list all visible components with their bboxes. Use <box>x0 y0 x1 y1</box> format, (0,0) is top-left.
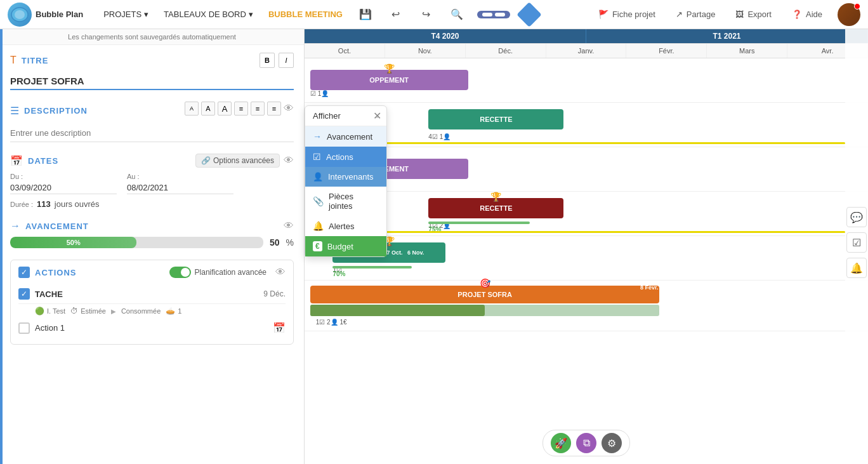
dropdown-item-alertes[interactable]: 🔔 Alertes <box>305 216 386 236</box>
dropdown-item-avancement[interactable]: → Avancement <box>305 126 386 147</box>
gantt-row-4-content: 🏆 RECETTE 10 Nov. 1☑ 2👤 75% <box>305 192 868 235</box>
align-left-btn[interactable]: ≡ <box>234 102 248 116</box>
planif-switch[interactable] <box>169 267 191 278</box>
undo-btn[interactable]: ↩ <box>386 4 406 25</box>
action1-calendar-icon[interactable]: 📅 <box>273 322 286 334</box>
nav-meeting[interactable]: BUBBLE MEETING <box>266 10 345 19</box>
desc-label: DESCRIPTION <box>24 106 88 116</box>
rocket-btn[interactable]: 🚀 <box>551 433 571 453</box>
search-btn[interactable]: 🔍 <box>447 4 467 25</box>
titre-input[interactable] <box>10 73 294 90</box>
action1-checkbox[interactable] <box>18 322 30 334</box>
actions-checkbox[interactable] <box>18 267 30 278</box>
bell-sidebar-btn[interactable]: 🔔 <box>846 258 867 278</box>
chat-btn[interactable]: 💬 <box>846 207 867 227</box>
gantt-bar-oppement-1[interactable]: 🏆 OPPEMENT 26 Oct. <box>310 70 468 90</box>
bold-btn[interactable]: B <box>260 53 275 68</box>
timeline-quarters: T4 2020 T1 2021 <box>305 29 868 44</box>
user-icon: 🟢 <box>35 307 44 315</box>
month-janv: Janv. <box>546 44 627 58</box>
dates-eye-btn[interactable]: 👁 <box>284 155 294 166</box>
titre-label: TITRE <box>22 56 49 65</box>
meta-user-name: I. Test <box>47 307 65 315</box>
font-large-btn[interactable]: A <box>218 102 232 116</box>
month-fevr: Févr. <box>626 44 707 58</box>
avancement-label: AVANCEMENT <box>25 222 89 231</box>
actions-eye-btn[interactable]: 👁 <box>275 267 286 278</box>
export-btn[interactable]: 🖼 Export <box>730 7 777 22</box>
dropdown-pieces-label: Pièces jointes <box>329 192 379 211</box>
calendar-icon: 📅 <box>10 155 23 167</box>
gantt-row-1: 🏆 OPPEMENT 26 Oct. ☑ 1👤 <box>305 58 868 103</box>
person-icon: 👤 <box>313 172 323 182</box>
dates-section: 📅 DATES 🔗 Options avancées 👁 Du : <box>10 154 294 209</box>
font-med-btn[interactable]: A <box>201 102 215 116</box>
dropdown-budget-label: Budget <box>327 242 353 251</box>
dropdown-item-pieces-jointes[interactable]: 📎 Pièces jointes <box>305 187 386 216</box>
bell-icon: 🔔 <box>313 221 324 231</box>
action-row-1: Action 1 📅 <box>18 318 286 338</box>
progress-pct-symbol: % <box>286 237 294 248</box>
logo[interactable]: Bubble Plan <box>8 3 83 27</box>
bar6-pct: 50% <box>473 319 486 326</box>
sofra-progress-bar <box>310 305 485 316</box>
align-center-btn[interactable]: ≡ <box>251 102 265 116</box>
toolbar-pill[interactable] <box>477 11 510 18</box>
dropdown-item-budget[interactable]: € Budget <box>305 236 386 256</box>
progress-bar-fill: 50% <box>10 237 136 248</box>
save-icon-btn[interactable]: 💾 <box>355 4 376 25</box>
dropdown-item-intervenants[interactable]: 👤 Intervenants <box>305 167 386 187</box>
options-link-icon: 🔗 <box>201 156 211 165</box>
task-date: 9 Déc. <box>263 289 286 298</box>
month-dec: Déc. <box>466 44 546 58</box>
duree-row: Durée : 113 jours ouvrés <box>10 199 294 209</box>
gantt-bar-recette-1[interactable]: RECETTE 10 Nov. <box>428 109 563 129</box>
main-area: Les changements sont sauvegardés automat… <box>0 29 868 464</box>
partage-btn[interactable]: ↗ Partage <box>671 7 721 22</box>
pie-icon: 🥧 <box>166 307 175 315</box>
dropdown-close-btn[interactable]: ✕ <box>373 110 381 122</box>
description-input[interactable] <box>10 124 294 142</box>
month-nov: Nov. <box>385 44 466 58</box>
avancement-eye-btn[interactable]: 👁 <box>284 220 294 232</box>
meta-arrow: ▶ <box>111 308 116 315</box>
date-du-input[interactable] <box>10 182 117 194</box>
font-small-btn[interactable]: A <box>185 102 199 116</box>
task-name: TACHE <box>35 289 258 299</box>
export-icon: 🖼 <box>735 10 744 19</box>
check-btn[interactable]: ☑ <box>846 232 867 253</box>
date-au-field: Au : <box>127 173 233 194</box>
avancement-actions: 👁 <box>284 220 294 232</box>
align-right-btn[interactable]: ≡ <box>267 102 281 116</box>
right-sidebar: 💬 ☑ 🔔 <box>845 29 868 464</box>
fiche-projet-btn[interactable]: 🚩 Fiche projet <box>593 7 661 22</box>
actions-label: ACTIONS <box>35 268 77 277</box>
gantt-row-5-content: 🏆 RECETTE 7 Oct. 6 Nov. 1☑ 70% <box>305 236 868 280</box>
gantt-bar-recette-2[interactable]: 🏆 RECETTE 10 Nov. <box>428 198 563 218</box>
dates-actions: 🔗 Options avancées 👁 <box>195 154 294 168</box>
nav-projets[interactable]: PROJETS ▾ <box>101 10 151 19</box>
autosave-message: Les changements sont sauvegardés automat… <box>0 29 304 45</box>
dropdown-item-actions[interactable]: ☑ Actions <box>305 147 386 167</box>
date-au-input[interactable] <box>127 182 233 194</box>
gantt-bar-projet-sofra[interactable]: 🎯 PROJET SOFRA 8 Févr. <box>310 286 660 303</box>
dropdown-avancement-label: Avancement <box>327 132 372 142</box>
redo-btn[interactable]: ↪ <box>416 4 437 25</box>
diamond-btn[interactable] <box>516 2 542 27</box>
gantt-header: T4 2020 T1 2021 Oct. Nov. Déc. Janv. Fév… <box>305 29 868 58</box>
date-du-label: Du : <box>10 173 117 180</box>
italic-btn[interactable]: I <box>279 53 294 68</box>
nav-tableaux[interactable]: TABLEAUX DE BORD ▾ <box>161 10 256 19</box>
titre-icon: T <box>10 55 16 66</box>
meta-consommee: Consommée <box>121 307 161 315</box>
settings-btn[interactable]: ⚙ <box>602 433 622 453</box>
planif-label: Planification avancée <box>195 268 266 277</box>
flag-icon: 🚩 <box>598 10 608 19</box>
pill-dot <box>482 13 492 17</box>
aide-btn[interactable]: ❓ Aide <box>787 7 827 22</box>
gantt-row-3: OPPEMENT 26 Oct. 4☑ <box>305 147 868 192</box>
options-avancees-btn[interactable]: 🔗 Options avancées <box>195 154 280 168</box>
copy-btn[interactable]: ⧉ <box>576 433 596 453</box>
desc-eye-btn[interactable]: 👁 <box>284 103 294 114</box>
tache-checkbox[interactable] <box>18 288 30 300</box>
